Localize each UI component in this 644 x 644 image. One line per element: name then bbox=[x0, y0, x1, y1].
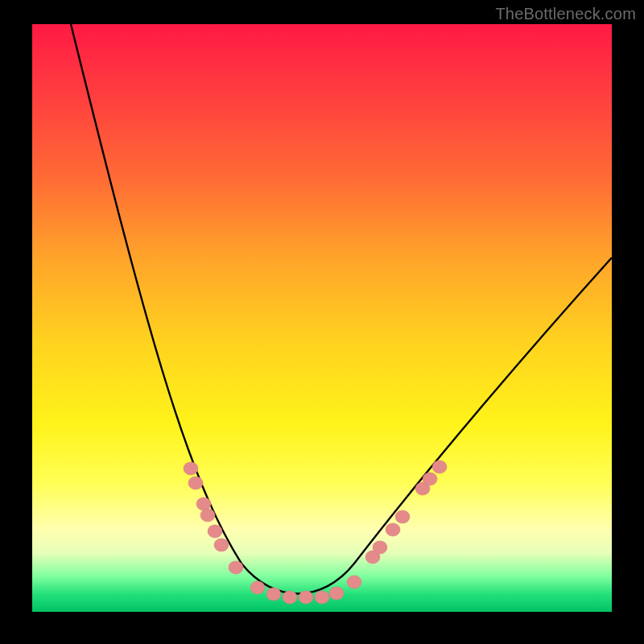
bottleneck-curve bbox=[71, 24, 612, 594]
curve-marker bbox=[315, 591, 329, 604]
plot-area bbox=[32, 24, 612, 612]
curve-svg bbox=[32, 24, 612, 612]
curve-marker bbox=[347, 576, 361, 588]
curve-marker bbox=[229, 561, 243, 574]
curve-marker bbox=[283, 591, 297, 604]
curve-marker bbox=[188, 477, 203, 489]
curve-marker bbox=[423, 473, 437, 485]
curve-marker bbox=[196, 497, 211, 510]
curve-marker bbox=[214, 539, 229, 551]
curve-marker bbox=[208, 525, 222, 538]
curve-marker bbox=[386, 523, 400, 536]
watermark-text: TheBottleneck.com bbox=[495, 5, 636, 23]
curve-marker bbox=[432, 460, 447, 473]
curve-marker bbox=[299, 591, 313, 604]
curve-marker bbox=[373, 541, 387, 554]
curve-marker bbox=[329, 587, 344, 600]
curve-marker bbox=[250, 581, 265, 594]
curve-marker bbox=[395, 510, 410, 523]
curve-marker bbox=[200, 509, 215, 522]
curve-marker bbox=[184, 462, 198, 475]
curve-marker bbox=[266, 588, 281, 601]
chart-frame: TheBottleneck.com bbox=[0, 0, 644, 644]
